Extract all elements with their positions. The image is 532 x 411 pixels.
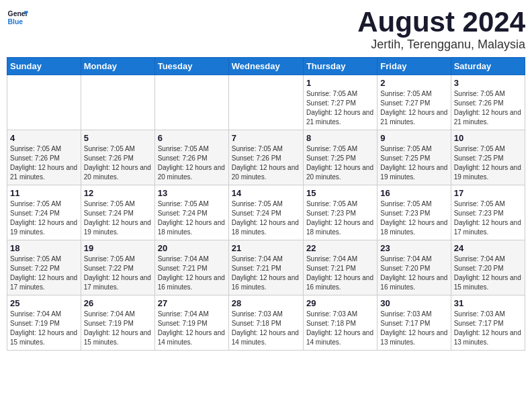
day-info: Sunrise: 7:05 AM Sunset: 7:24 PM Dayligh…	[232, 199, 300, 237]
day-number: 1	[306, 78, 374, 88]
calendar-cell: 22Sunrise: 7:04 AM Sunset: 7:21 PM Dayli…	[303, 240, 377, 295]
calendar-cell: 7Sunrise: 7:05 AM Sunset: 7:26 PM Daylig…	[228, 130, 303, 185]
calendar-cell: 5Sunrise: 7:05 AM Sunset: 7:26 PM Daylig…	[81, 130, 154, 185]
title-block: August 2024 Jertih, Terengganu, Malaysia	[357, 7, 525, 52]
day-number: 22	[306, 243, 374, 253]
day-info: Sunrise: 7:05 AM Sunset: 7:26 PM Dayligh…	[84, 144, 152, 182]
week-row-4: 18Sunrise: 7:05 AM Sunset: 7:22 PM Dayli…	[7, 240, 525, 295]
day-info: Sunrise: 7:05 AM Sunset: 7:23 PM Dayligh…	[454, 199, 522, 237]
day-number: 10	[454, 133, 522, 143]
calendar-cell: 1Sunrise: 7:05 AM Sunset: 7:27 PM Daylig…	[303, 75, 377, 130]
calendar-cell	[7, 75, 81, 130]
day-number: 23	[380, 243, 447, 253]
calendar-cell: 16Sunrise: 7:05 AM Sunset: 7:23 PM Dayli…	[378, 185, 451, 240]
day-number: 9	[380, 133, 447, 143]
calendar-cell: 4Sunrise: 7:05 AM Sunset: 7:26 PM Daylig…	[7, 130, 81, 185]
day-info: Sunrise: 7:04 AM Sunset: 7:21 PM Dayligh…	[306, 255, 374, 292]
day-header-friday: Friday	[378, 58, 451, 75]
calendar-cell: 8Sunrise: 7:05 AM Sunset: 7:25 PM Daylig…	[303, 130, 377, 185]
day-info: Sunrise: 7:05 AM Sunset: 7:24 PM Dayligh…	[10, 199, 78, 237]
calendar-cell: 15Sunrise: 7:05 AM Sunset: 7:23 PM Dayli…	[303, 185, 377, 240]
calendar-cell: 17Sunrise: 7:05 AM Sunset: 7:23 PM Dayli…	[451, 185, 525, 240]
day-info: Sunrise: 7:05 AM Sunset: 7:25 PM Dayligh…	[306, 144, 374, 182]
day-info: Sunrise: 7:05 AM Sunset: 7:23 PM Dayligh…	[380, 199, 447, 237]
week-row-3: 11Sunrise: 7:05 AM Sunset: 7:24 PM Dayli…	[7, 185, 525, 240]
calendar-cell: 14Sunrise: 7:05 AM Sunset: 7:24 PM Dayli…	[228, 185, 303, 240]
day-number: 27	[158, 298, 226, 308]
day-number: 24	[454, 243, 522, 253]
page-header: General Blue August 2024 Jertih, Terengg…	[7, 7, 525, 52]
calendar-table: SundayMondayTuesdayWednesdayThursdayFrid…	[7, 57, 525, 351]
calendar-subtitle: Jertih, Terengganu, Malaysia	[357, 38, 525, 52]
week-row-5: 25Sunrise: 7:04 AM Sunset: 7:19 PM Dayli…	[7, 295, 525, 351]
day-number: 28	[232, 298, 300, 308]
calendar-cell: 31Sunrise: 7:03 AM Sunset: 7:17 PM Dayli…	[451, 295, 525, 351]
day-info: Sunrise: 7:04 AM Sunset: 7:20 PM Dayligh…	[454, 255, 522, 292]
day-header-saturday: Saturday	[451, 58, 525, 75]
day-header-wednesday: Wednesday	[228, 58, 303, 75]
day-number: 30	[380, 298, 447, 308]
day-number: 21	[232, 243, 300, 253]
day-header-tuesday: Tuesday	[154, 58, 228, 75]
calendar-cell: 10Sunrise: 7:05 AM Sunset: 7:25 PM Dayli…	[451, 130, 525, 185]
day-header-thursday: Thursday	[303, 58, 377, 75]
day-info: Sunrise: 7:05 AM Sunset: 7:27 PM Dayligh…	[306, 89, 374, 127]
day-number: 5	[84, 133, 152, 143]
day-info: Sunrise: 7:03 AM Sunset: 7:18 PM Dayligh…	[232, 310, 300, 347]
day-number: 20	[158, 243, 226, 253]
calendar-cell: 21Sunrise: 7:04 AM Sunset: 7:21 PM Dayli…	[228, 240, 303, 295]
calendar-cell: 27Sunrise: 7:04 AM Sunset: 7:19 PM Dayli…	[154, 295, 228, 351]
day-info: Sunrise: 7:05 AM Sunset: 7:24 PM Dayligh…	[84, 199, 152, 237]
day-info: Sunrise: 7:05 AM Sunset: 7:26 PM Dayligh…	[10, 144, 78, 182]
day-info: Sunrise: 7:05 AM Sunset: 7:24 PM Dayligh…	[158, 199, 226, 237]
calendar-cell: 23Sunrise: 7:04 AM Sunset: 7:20 PM Dayli…	[378, 240, 451, 295]
day-info: Sunrise: 7:04 AM Sunset: 7:20 PM Dayligh…	[380, 255, 447, 292]
calendar-cell: 6Sunrise: 7:05 AM Sunset: 7:26 PM Daylig…	[154, 130, 228, 185]
day-info: Sunrise: 7:05 AM Sunset: 7:27 PM Dayligh…	[380, 89, 447, 127]
day-number: 8	[306, 133, 374, 143]
day-header-sunday: Sunday	[7, 58, 81, 75]
day-info: Sunrise: 7:04 AM Sunset: 7:19 PM Dayligh…	[84, 310, 152, 347]
day-info: Sunrise: 7:03 AM Sunset: 7:17 PM Dayligh…	[454, 310, 522, 347]
calendar-cell: 13Sunrise: 7:05 AM Sunset: 7:24 PM Dayli…	[154, 185, 228, 240]
day-info: Sunrise: 7:05 AM Sunset: 7:22 PM Dayligh…	[84, 255, 152, 292]
day-number: 16	[380, 188, 447, 198]
day-info: Sunrise: 7:04 AM Sunset: 7:19 PM Dayligh…	[158, 310, 226, 347]
calendar-cell: 25Sunrise: 7:04 AM Sunset: 7:19 PM Dayli…	[7, 295, 81, 351]
day-number: 7	[232, 133, 300, 143]
day-info: Sunrise: 7:05 AM Sunset: 7:26 PM Dayligh…	[454, 89, 522, 127]
day-number: 6	[158, 133, 226, 143]
day-info: Sunrise: 7:04 AM Sunset: 7:21 PM Dayligh…	[232, 255, 300, 292]
svg-text:Blue: Blue	[8, 18, 24, 26]
calendar-cell: 28Sunrise: 7:03 AM Sunset: 7:18 PM Dayli…	[228, 295, 303, 351]
day-info: Sunrise: 7:03 AM Sunset: 7:18 PM Dayligh…	[306, 310, 374, 347]
calendar-cell: 19Sunrise: 7:05 AM Sunset: 7:22 PM Dayli…	[81, 240, 154, 295]
logo-icon: General Blue	[7, 7, 28, 28]
day-number: 29	[306, 298, 374, 308]
day-number: 15	[306, 188, 374, 198]
day-number: 14	[232, 188, 300, 198]
day-info: Sunrise: 7:05 AM Sunset: 7:25 PM Dayligh…	[454, 144, 522, 182]
day-number: 19	[84, 243, 152, 253]
calendar-title: August 2024	[357, 7, 525, 38]
day-info: Sunrise: 7:04 AM Sunset: 7:19 PM Dayligh…	[10, 310, 78, 347]
logo: General Blue	[7, 7, 31, 28]
day-number: 17	[454, 188, 522, 198]
calendar-cell	[154, 75, 228, 130]
week-row-2: 4Sunrise: 7:05 AM Sunset: 7:26 PM Daylig…	[7, 130, 525, 185]
calendar-cell: 12Sunrise: 7:05 AM Sunset: 7:24 PM Dayli…	[81, 185, 154, 240]
day-info: Sunrise: 7:05 AM Sunset: 7:25 PM Dayligh…	[380, 144, 447, 182]
calendar-cell	[81, 75, 154, 130]
day-info: Sunrise: 7:05 AM Sunset: 7:26 PM Dayligh…	[232, 144, 300, 182]
day-info: Sunrise: 7:05 AM Sunset: 7:26 PM Dayligh…	[158, 144, 226, 182]
calendar-cell: 20Sunrise: 7:04 AM Sunset: 7:21 PM Dayli…	[154, 240, 228, 295]
day-info: Sunrise: 7:05 AM Sunset: 7:22 PM Dayligh…	[10, 255, 78, 292]
day-number: 26	[84, 298, 152, 308]
calendar-cell: 2Sunrise: 7:05 AM Sunset: 7:27 PM Daylig…	[378, 75, 451, 130]
day-info: Sunrise: 7:05 AM Sunset: 7:23 PM Dayligh…	[306, 199, 374, 237]
calendar-cell: 24Sunrise: 7:04 AM Sunset: 7:20 PM Dayli…	[451, 240, 525, 295]
week-row-1: 1Sunrise: 7:05 AM Sunset: 7:27 PM Daylig…	[7, 75, 525, 130]
day-number: 18	[10, 243, 78, 253]
calendar-cell: 11Sunrise: 7:05 AM Sunset: 7:24 PM Dayli…	[7, 185, 81, 240]
calendar-cell: 30Sunrise: 7:03 AM Sunset: 7:17 PM Dayli…	[378, 295, 451, 351]
